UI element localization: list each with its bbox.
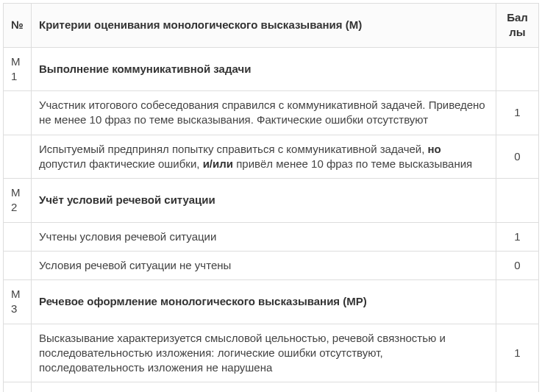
row-num-empty	[4, 135, 32, 179]
desc-bold: и/или	[203, 157, 233, 170]
table-row: Учтены условия речевой ситуации 1	[4, 222, 539, 251]
row-desc: Участник итогового собеседования справил…	[32, 91, 496, 135]
row-desc: Испытуемый предпринял попытку справиться…	[32, 135, 496, 179]
section-row: М2 Учёт условий речевой ситуации	[4, 179, 539, 223]
section-code: М2	[4, 179, 32, 223]
row-score: 1	[496, 324, 539, 382]
desc-text: Учтены условия речевой ситуации	[39, 230, 216, 243]
row-score: 0	[496, 382, 539, 392]
row-num-empty	[4, 91, 32, 135]
section-title: Выполнение коммуникативной задачи	[32, 47, 496, 91]
row-score: 0	[496, 251, 539, 279]
desc-text: Условия речевой ситуации не учтены	[39, 259, 231, 271]
row-num-empty	[4, 251, 32, 279]
header-score: Баллы	[496, 4, 539, 48]
row-score: 1	[496, 222, 539, 251]
section-code: М3	[4, 280, 32, 324]
section-row: М3 Речевое оформление монологического вы…	[4, 280, 539, 324]
row-desc: Условия речевой ситуации не учтены	[32, 251, 496, 279]
row-desc: Высказывание нелогично, изложение непосл…	[32, 382, 496, 392]
row-num-empty	[4, 382, 32, 392]
section-title: Речевое оформление монологического выска…	[32, 280, 496, 324]
table-row: Условия речевой ситуации не учтены 0	[4, 251, 539, 279]
criteria-table: № Критерии оценивания монологического вы…	[3, 3, 539, 392]
desc-text: Испытуемый предпринял попытку справиться…	[39, 143, 428, 155]
section-score-empty	[496, 179, 539, 223]
desc-text: допустил фактические ошибки,	[39, 157, 203, 170]
header-criteria: Критерии оценивания монологического выск…	[32, 4, 496, 48]
desc-bold: но	[428, 143, 441, 155]
row-num-empty	[4, 324, 32, 382]
row-num-empty	[4, 222, 32, 251]
table-row: Высказывание характеризуется смысловой ц…	[4, 324, 539, 382]
section-score-empty	[496, 280, 539, 324]
table-row: Испытуемый предпринял попытку справиться…	[4, 135, 539, 179]
header-num: №	[4, 4, 32, 48]
section-title: Учёт условий речевой ситуации	[32, 179, 496, 223]
desc-text: Участник итогового собеседования справил…	[39, 99, 485, 126]
desc-text: привёл менее 10 фраз по теме высказывани…	[233, 157, 472, 170]
table-row: Участник итогового собеседования справил…	[4, 91, 539, 135]
desc-text: Высказывание характеризуется смысловой ц…	[39, 332, 446, 374]
section-row: М1 Выполнение коммуникативной задачи	[4, 47, 539, 91]
table-row: Высказывание нелогично, изложение непосл…	[4, 382, 539, 392]
row-score: 1	[496, 91, 539, 135]
row-desc: Высказывание характеризуется смысловой ц…	[32, 324, 496, 382]
table-header-row: № Критерии оценивания монологического вы…	[4, 4, 539, 48]
row-desc: Учтены условия речевой ситуации	[32, 222, 496, 251]
row-score: 0	[496, 135, 539, 179]
section-code: М1	[4, 47, 32, 91]
section-score-empty	[496, 47, 539, 91]
